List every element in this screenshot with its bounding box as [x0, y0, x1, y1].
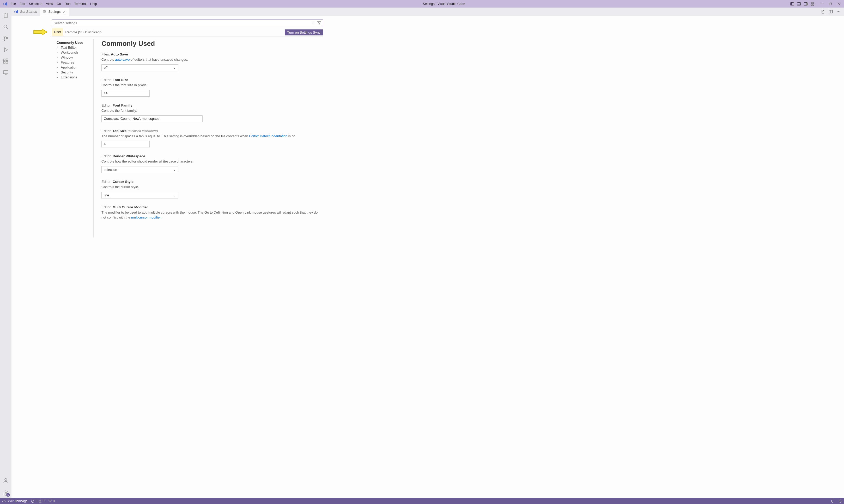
settings-editor: User Remote [SSH: uchicago] Turn on Sett…	[12, 16, 844, 498]
setting-description: Controls the cursor style.	[101, 185, 318, 190]
tab-get-started[interactable]: Get Started	[12, 7, 40, 16]
setting-name: Multi Cursor Modifier	[113, 205, 148, 209]
toggle-primary-sidebar-icon[interactable]	[789, 1, 795, 7]
accounts-icon[interactable]	[0, 475, 12, 486]
settings-tab-icon	[42, 10, 47, 14]
more-actions-icon[interactable]	[836, 9, 841, 15]
explorer-icon[interactable]	[0, 10, 12, 21]
minimize-button[interactable]	[818, 1, 826, 7]
menu-bar: File Edit Selection View Go Run Terminal…	[9, 1, 99, 7]
setting-description: Controls how the editor should render wh…	[101, 159, 318, 164]
scope-user[interactable]: User	[52, 29, 63, 36]
chevron-down-icon: ⌄	[173, 193, 176, 197]
toc-text-editor[interactable]: ›Text Editor	[56, 45, 93, 50]
svg-rect-11	[829, 3, 831, 5]
clear-search-icon[interactable]	[311, 21, 315, 25]
svg-point-32	[44, 10, 45, 11]
render-whitespace-select[interactable]: selection⌄	[101, 166, 178, 173]
menu-run[interactable]: Run	[63, 1, 72, 7]
menu-terminal[interactable]: Terminal	[72, 1, 88, 7]
menu-edit[interactable]: Edit	[18, 1, 27, 7]
toc-label: Security	[61, 70, 73, 74]
settings-search[interactable]	[52, 20, 323, 26]
setting-name: Font Family	[113, 103, 133, 107]
select-value: off	[104, 66, 107, 70]
desc-text: .	[161, 215, 162, 219]
svg-point-34	[44, 12, 45, 13]
setting-description: The modifier to be used to add multiple …	[101, 210, 318, 220]
feedback-icon[interactable]	[831, 499, 834, 503]
remote-explorer-icon[interactable]	[0, 67, 12, 78]
svg-rect-7	[813, 2, 814, 4]
tab-settings[interactable]: Settings	[40, 7, 69, 16]
toc-application[interactable]: ›Application	[56, 65, 93, 70]
svg-rect-22	[6, 61, 8, 63]
toggle-secondary-sidebar-icon[interactable]	[803, 1, 809, 7]
settings-toc: Commonly Used ›Text Editor ›Workbench ›W…	[52, 39, 93, 237]
font-family-input[interactable]	[101, 115, 203, 122]
svg-point-50	[50, 501, 50, 502]
setting-prefix: Editor:	[101, 78, 111, 82]
extensions-icon[interactable]	[0, 55, 12, 67]
toc-label: Text Editor	[61, 46, 77, 50]
manage-icon[interactable]: 1	[0, 488, 12, 498]
chevron-right-icon: ›	[56, 60, 60, 64]
title-bar: File Edit Selection View Go Run Terminal…	[0, 0, 844, 7]
desc-text: The number of spaces a tab is equal to. …	[101, 134, 249, 138]
open-settings-json-icon[interactable]	[820, 9, 826, 15]
toggle-panel-icon[interactable]	[796, 1, 802, 7]
scope-remote[interactable]: Remote [SSH: uchicago]	[63, 29, 104, 36]
search-input[interactable]	[54, 21, 311, 25]
source-control-icon[interactable]	[0, 33, 12, 44]
menu-help[interactable]: Help	[88, 1, 99, 7]
editor-tabs: Get Started Settings	[12, 7, 844, 16]
select-value: line	[104, 193, 109, 197]
svg-point-39	[837, 11, 838, 12]
link-detect-indentation[interactable]: Editor: Detect Indentation	[249, 134, 287, 138]
settings-sync-button[interactable]: Turn on Settings Sync	[285, 30, 323, 35]
toc-window[interactable]: ›Window	[56, 55, 93, 60]
toc-commonly-used[interactable]: Commonly Used	[56, 40, 93, 45]
maximize-button[interactable]	[826, 1, 834, 7]
desc-text: is on.	[287, 134, 296, 138]
chevron-right-icon: ›	[56, 75, 60, 79]
problems-indicator[interactable]: 0 0	[31, 499, 44, 503]
settings-scope-tabs: User Remote [SSH: uchicago] Turn on Sett…	[52, 29, 323, 36]
setting-name: Tab Size	[113, 129, 127, 133]
notifications-icon[interactable]	[838, 499, 842, 503]
toc-workbench[interactable]: ›Workbench	[56, 50, 93, 55]
svg-point-49	[40, 502, 40, 502]
svg-point-18	[6, 37, 8, 39]
ports-indicator[interactable]: 0	[48, 499, 55, 503]
close-button[interactable]	[834, 1, 842, 7]
toc-features[interactable]: ›Features	[56, 60, 93, 65]
link-auto-save[interactable]: auto save	[115, 57, 130, 61]
window-controls	[818, 1, 842, 7]
menu-go[interactable]: Go	[55, 1, 63, 7]
menu-selection[interactable]: Selection	[27, 1, 44, 7]
toc-security[interactable]: ›Security	[56, 70, 93, 75]
split-editor-icon[interactable]	[828, 9, 833, 15]
menu-view[interactable]: View	[44, 1, 55, 7]
run-debug-icon[interactable]	[0, 44, 12, 55]
tab-label: Get Started	[20, 10, 37, 14]
cursor-style-select[interactable]: line⌄	[101, 192, 178, 198]
tab-size-input[interactable]	[101, 141, 150, 147]
svg-rect-21	[3, 61, 5, 63]
svg-rect-9	[813, 4, 814, 5]
link-multicursor-modifier[interactable]: multicursor modifier	[131, 215, 161, 219]
select-value: selection	[104, 168, 117, 172]
setting-description: The number of spaces a tab is equal to. …	[101, 134, 318, 139]
auto-save-select[interactable]: off⌄	[101, 64, 178, 71]
close-icon[interactable]	[62, 10, 66, 14]
svg-point-17	[4, 39, 5, 41]
search-icon[interactable]	[0, 21, 12, 33]
filter-icon[interactable]	[317, 21, 321, 25]
chevron-down-icon: ⌄	[173, 168, 176, 172]
toc-extensions[interactable]: ›Extensions	[56, 75, 93, 80]
menu-file[interactable]: File	[9, 1, 18, 7]
remote-indicator[interactable]: SSH: uchicago	[2, 499, 28, 503]
svg-point-19	[4, 47, 5, 48]
customize-layout-icon[interactable]	[810, 1, 815, 7]
font-size-input[interactable]	[101, 90, 150, 97]
